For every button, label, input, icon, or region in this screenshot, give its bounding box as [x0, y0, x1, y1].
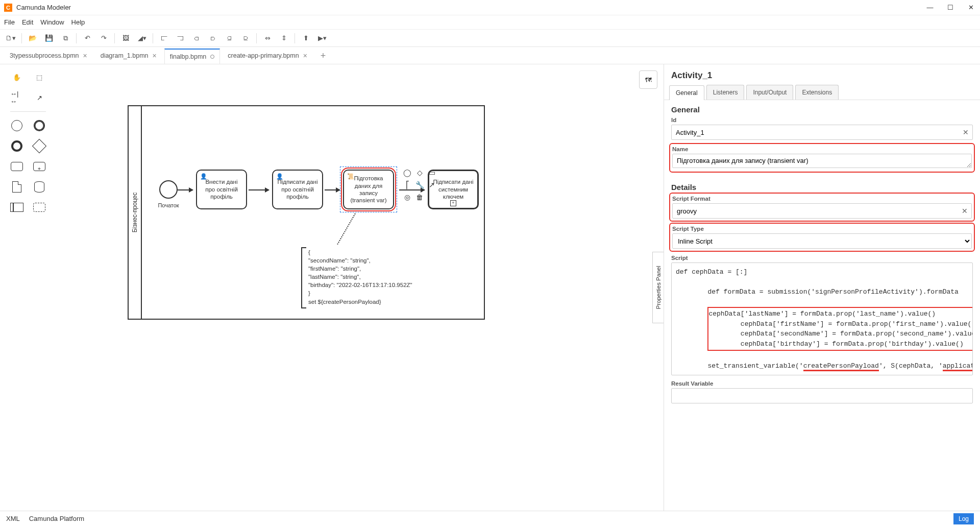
divider — [153, 33, 153, 43]
start-event[interactable] — [159, 180, 178, 199]
save-icon[interactable]: 💾 — [43, 33, 55, 44]
script-format-label: Script Format — [672, 196, 972, 202]
close-icon[interactable]: × — [83, 52, 87, 60]
minimap-button[interactable]: 🗺 — [639, 70, 657, 89]
script-line: cephData['firstName'] = formData.prop('f… — [741, 320, 973, 328]
align-center-v-icon[interactable]: ⫑ — [224, 33, 235, 44]
intermediate-event-icon[interactable] — [33, 119, 46, 132]
clear-icon[interactable]: ✕ — [963, 128, 969, 136]
close-icon[interactable]: × — [303, 52, 307, 60]
properties-panel-toggle[interactable]: Properties Panel — [652, 252, 664, 323]
user-icon: 👤 — [276, 173, 283, 180]
maximize-button[interactable]: ☐ — [945, 4, 955, 11]
status-platform[interactable]: Camunda Platform — [29, 515, 84, 522]
pool-icon[interactable] — [10, 201, 23, 214]
task-icon[interactable] — [10, 160, 23, 173]
align-left-icon[interactable]: ⫍ — [158, 33, 169, 44]
script-line: def formData = submission('signPersonPro… — [676, 288, 959, 296]
image-icon[interactable]: 🖼 — [120, 33, 131, 44]
distribute-v-icon[interactable]: ⇕ — [278, 33, 289, 44]
end-event-icon[interactable] — [10, 139, 23, 153]
menu-file[interactable]: File — [4, 18, 15, 26]
start-event-icon[interactable] — [10, 119, 23, 132]
properties-panel-toggle-label: Properties Panel — [655, 266, 662, 309]
distribute-h-icon[interactable]: ⇔ — [262, 33, 273, 44]
align-bottom-icon[interactable]: ⫒ — [240, 33, 251, 44]
props-tab-listeners[interactable]: Listeners — [706, 85, 745, 100]
connect-tool-icon[interactable]: ↗ — [33, 91, 46, 104]
canvas[interactable]: 🗺 Properties Panel Бізнес-процес Початок… — [56, 64, 664, 511]
script-task-selected[interactable]: 📜 Підготовка даних для запису (transient… — [343, 170, 394, 209]
script-textarea[interactable]: def cephData = [:] def formData = submis… — [671, 262, 973, 375]
cp-task-icon[interactable]: ▭ — [427, 168, 437, 178]
file-tab-2[interactable]: finalbp.bpmn — [164, 49, 220, 64]
redo-icon[interactable]: ↷ — [98, 33, 109, 44]
data-object-icon[interactable] — [10, 180, 23, 194]
minimize-button[interactable]: — — [925, 4, 935, 11]
close-button[interactable]: ✕ — [966, 4, 976, 11]
script-type-select[interactable]: Inline Script — [672, 233, 972, 249]
text-annotation[interactable]: { "secondName": "string", "firstName": "… — [308, 248, 431, 306]
file-tab-1[interactable]: diagram_1.bpmn × — [95, 48, 162, 63]
sequence-flow[interactable] — [249, 189, 269, 190]
props-tab-io[interactable]: Input/Output — [746, 85, 793, 100]
cp-annotation-icon[interactable]: ⎡ — [402, 180, 412, 190]
menu-help[interactable]: Help — [71, 18, 85, 26]
menu-window[interactable]: Window — [40, 18, 64, 26]
start-event-label: Початок — [153, 202, 184, 208]
deploy-icon[interactable]: ⬆ — [300, 33, 311, 44]
align-right-icon[interactable]: ⫏ — [191, 33, 202, 44]
task-label: Підписати дані системним ключем — [432, 178, 474, 200]
script-line: cephData['secondName'] = formData.prop('… — [741, 330, 973, 338]
file-tab-3[interactable]: create-app-primary.bpmn × — [222, 48, 313, 63]
align-top-icon[interactable]: ⫐ — [207, 33, 218, 44]
status-xml[interactable]: XML — [6, 515, 20, 522]
cp-end-event-icon[interactable]: ◯ — [402, 168, 412, 178]
bpmn-pool[interactable]: Бізнес-процес Початок 👤 Внести дані про … — [128, 105, 485, 320]
user-task-2[interactable]: 👤 Підписати дані про освітній профіль — [272, 170, 323, 209]
props-tab-general[interactable]: General — [669, 85, 704, 100]
name-input[interactable]: Підготовка даних для запису (transient v… — [672, 154, 972, 168]
props-section-general: General Id ✕ Name Підготовка даних для з… — [664, 100, 980, 178]
new-tab-button[interactable]: + — [315, 48, 332, 63]
id-label: Id — [671, 117, 973, 123]
space-tool-icon[interactable]: ↔|↔ — [10, 91, 23, 104]
gateway-icon[interactable] — [33, 139, 46, 153]
color-icon[interactable]: ◢▾ — [136, 33, 148, 44]
align-center-h-icon[interactable]: ⫎ — [175, 33, 186, 44]
script-line: def cephData = [:] — [676, 268, 747, 276]
annotation-line: "secondName": "string", — [308, 256, 431, 265]
script-format-input[interactable] — [672, 203, 972, 219]
close-icon[interactable]: × — [153, 52, 157, 60]
result-variable-input[interactable] — [671, 388, 973, 403]
hand-tool-icon[interactable]: ✋ — [10, 70, 23, 84]
file-tab-0[interactable]: 3typessubprocess.bpmn × — [4, 48, 93, 63]
task-label: Внести дані про освітній профіль — [200, 178, 243, 200]
highlight-underline: application/json — [943, 362, 973, 371]
cp-intermediate-icon[interactable]: ◎ — [402, 192, 412, 202]
run-icon[interactable]: ▶▾ — [316, 33, 328, 44]
cp-connect-icon[interactable]: ↗ — [427, 180, 437, 190]
sequence-flow[interactable] — [325, 189, 340, 190]
new-file-icon[interactable]: 🗋▾ — [5, 33, 16, 44]
id-input[interactable] — [671, 125, 973, 140]
cp-wrench-icon[interactable]: 🔧 — [414, 180, 425, 190]
lasso-tool-icon[interactable]: ⬚ — [33, 70, 46, 84]
undo-icon[interactable]: ↶ — [82, 33, 93, 44]
log-button[interactable]: Log — [953, 513, 974, 524]
sequence-flow[interactable] — [178, 189, 193, 190]
cp-delete-icon[interactable]: 🗑 — [414, 192, 425, 202]
group-icon[interactable] — [33, 201, 46, 214]
user-task-1[interactable]: 👤 Внести дані про освітній профіль — [196, 170, 247, 209]
menu-edit[interactable]: Edit — [22, 18, 33, 26]
pool-label[interactable]: Бізнес-процес — [129, 106, 142, 319]
open-file-icon[interactable]: 📂 — [27, 33, 38, 44]
divider — [295, 33, 295, 43]
association[interactable] — [337, 213, 356, 245]
clear-icon[interactable]: ✕ — [962, 207, 968, 215]
props-tab-extensions[interactable]: Extensions — [795, 85, 839, 100]
data-store-icon[interactable] — [33, 180, 46, 194]
cp-gateway-icon[interactable]: ◇ — [414, 168, 425, 178]
save-all-icon[interactable]: ⧉ — [60, 33, 71, 44]
subprocess-icon[interactable] — [33, 160, 46, 173]
